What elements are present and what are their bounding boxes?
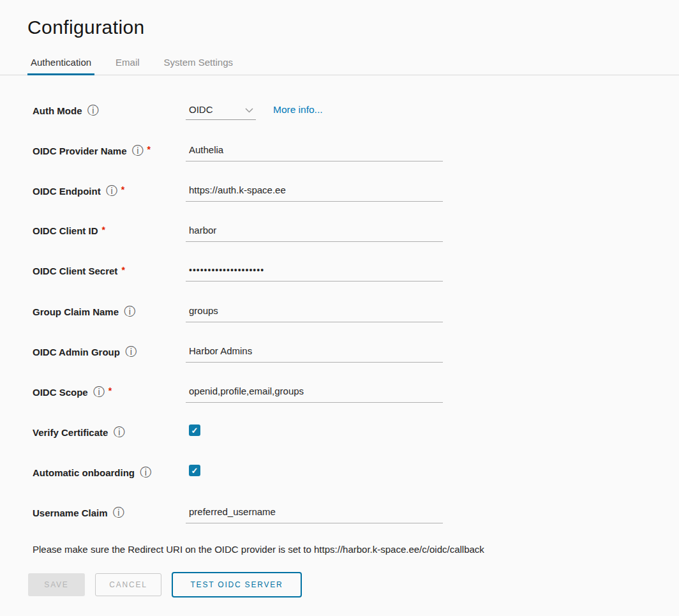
- form-row-oidc-endpoint: OIDC Endpoint ⓘ *: [28, 184, 679, 202]
- chevron-down-icon: [245, 108, 253, 113]
- automatic-onboarding-checkbox[interactable]: ✓: [189, 465, 200, 476]
- required-asterisk: *: [147, 144, 151, 154]
- authentication-form: Auth Mode ⓘ OIDC More info... OIDC Provi…: [0, 75, 679, 524]
- oidc-provider-name-label: OIDC Provider Name: [33, 146, 127, 156]
- form-row-group-claim-name: Group Claim Name ⓘ: [28, 305, 679, 323]
- oidc-client-id-input[interactable]: [186, 225, 443, 242]
- info-icon[interactable]: ⓘ: [87, 105, 98, 116]
- oidc-scope-input[interactable]: [186, 386, 443, 403]
- group-claim-name-label: Group Claim Name: [33, 306, 119, 317]
- verify-certificate-checkbox[interactable]: ✓: [189, 424, 200, 436]
- form-row-verify-certificate: Verify Certificate ⓘ ✓: [28, 426, 679, 444]
- oidc-client-secret-label: OIDC Client Secret: [33, 266, 117, 276]
- required-asterisk: *: [108, 386, 112, 396]
- form-row-oidc-admin-group: OIDC Admin Group ⓘ: [28, 345, 679, 363]
- required-asterisk: *: [102, 225, 105, 235]
- form-row-oidc-client-id: OIDC Client ID *: [28, 225, 679, 243]
- oidc-endpoint-label: OIDC Endpoint: [33, 186, 101, 197]
- info-icon[interactable]: ⓘ: [132, 145, 144, 156]
- tab-bar: Authentication Email System Settings: [0, 57, 679, 75]
- username-claim-label: Username Claim: [33, 507, 108, 518]
- oidc-admin-group-input[interactable]: [186, 345, 443, 363]
- form-row-automatic-onboarding: Automatic onboarding ⓘ ✓: [28, 466, 679, 484]
- info-icon[interactable]: ⓘ: [93, 386, 105, 398]
- auth-mode-selected-value: OIDC: [189, 104, 213, 115]
- more-info-link[interactable]: More info...: [273, 104, 323, 116]
- username-claim-input[interactable]: [186, 506, 443, 523]
- form-row-oidc-client-secret: OIDC Client Secret *: [28, 265, 679, 283]
- test-oidc-server-button[interactable]: TEST OIDC SERVER: [172, 572, 302, 597]
- oidc-provider-name-input[interactable]: [186, 144, 443, 162]
- save-button[interactable]: SAVE: [28, 573, 85, 596]
- info-icon[interactable]: ⓘ: [140, 467, 151, 478]
- group-claim-name-input[interactable]: [186, 305, 443, 322]
- info-icon[interactable]: ⓘ: [113, 426, 124, 438]
- required-asterisk: *: [121, 184, 124, 195]
- info-icon[interactable]: ⓘ: [124, 306, 135, 317]
- info-icon[interactable]: ⓘ: [106, 185, 117, 197]
- oidc-admin-group-label: OIDC Admin Group: [33, 347, 120, 357]
- info-icon[interactable]: ⓘ: [113, 507, 124, 518]
- form-row-oidc-provider-name: OIDC Provider Name ⓘ *: [28, 144, 679, 162]
- tab-email[interactable]: Email: [116, 57, 140, 75]
- form-row-username-claim: Username Claim ⓘ: [28, 506, 679, 524]
- auth-mode-label: Auth Mode: [33, 105, 82, 116]
- form-row-auth-mode: Auth Mode ⓘ OIDC More info...: [28, 104, 679, 122]
- cancel-button[interactable]: CANCEL: [95, 573, 161, 596]
- automatic-onboarding-label: Automatic onboarding: [33, 467, 135, 478]
- auth-mode-select[interactable]: OIDC: [186, 104, 256, 120]
- checkmark-icon: ✓: [191, 426, 198, 435]
- verify-certificate-label: Verify Certificate: [33, 427, 108, 438]
- oidc-client-secret-input[interactable]: [186, 265, 443, 282]
- required-asterisk: *: [121, 265, 124, 275]
- checkmark-icon: ✓: [191, 467, 198, 475]
- page-title: Configuration: [27, 17, 679, 38]
- oidc-scope-label: OIDC Scope: [33, 387, 88, 398]
- tab-system-settings[interactable]: System Settings: [164, 57, 233, 75]
- button-bar: SAVE CANCEL TEST OIDC SERVER: [0, 572, 679, 597]
- info-icon[interactable]: ⓘ: [125, 346, 137, 357]
- oidc-client-id-label: OIDC Client ID: [33, 225, 98, 236]
- oidc-endpoint-input[interactable]: [186, 184, 443, 202]
- redirect-uri-note: Please make sure the Redirect URI on the…: [0, 544, 679, 555]
- tab-authentication[interactable]: Authentication: [31, 57, 91, 75]
- form-row-oidc-scope: OIDC Scope ⓘ *: [28, 386, 679, 403]
